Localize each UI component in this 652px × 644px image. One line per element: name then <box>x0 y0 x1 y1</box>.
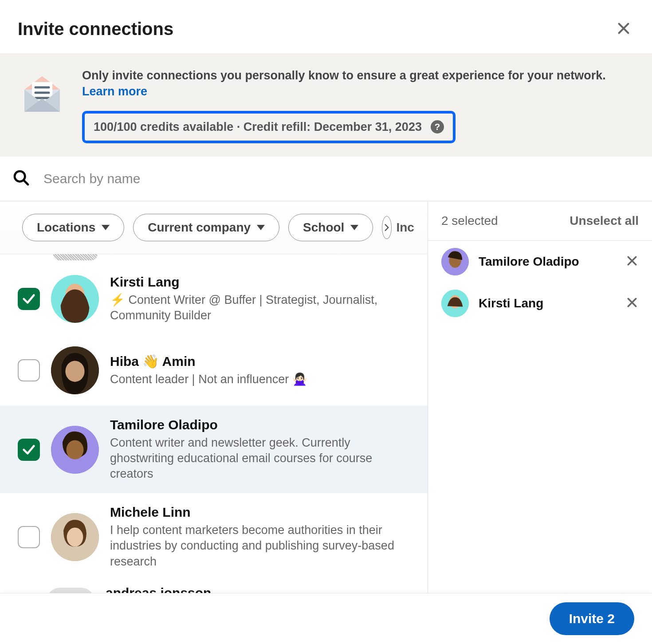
close-button[interactable] <box>613 18 634 40</box>
list-item[interactable]: andreas jonsson <box>0 581 428 593</box>
checkbox[interactable] <box>18 359 40 381</box>
list-item[interactable]: Michele Linn I help content marketers be… <box>0 493 428 581</box>
avatar <box>441 290 469 317</box>
selected-item: Kirsti Lang <box>428 283 652 324</box>
modal-header: Invite connections <box>0 0 652 54</box>
connection-desc: Content writer and newsletter geek. Curr… <box>110 435 414 482</box>
svg-point-13 <box>67 440 84 459</box>
unselect-all-button[interactable]: Unselect all <box>570 214 639 228</box>
close-icon <box>616 20 632 36</box>
checkbox[interactable] <box>18 439 40 461</box>
selected-name: Tamilore Oladipo <box>479 255 616 269</box>
search-row <box>0 157 652 201</box>
svg-line-5 <box>24 180 28 185</box>
selected-list: Tamilore Oladipo Kirsti Lang <box>428 240 652 324</box>
modal-title: Invite connections <box>18 19 173 39</box>
search-icon <box>12 169 30 188</box>
item-text: Hiba 👋 Amin Content leader | Not an infl… <box>110 353 414 387</box>
chevron-right-icon <box>382 223 391 232</box>
chevron-down-icon <box>350 225 358 230</box>
filter-current-company[interactable]: Current company <box>133 214 279 241</box>
avatar <box>441 248 469 275</box>
modal-body: Locations Current company School Inc <box>0 201 652 593</box>
info-banner: Only invite connections you personally k… <box>0 54 652 157</box>
filter-label: School <box>303 220 344 235</box>
connection-name: Michele Linn <box>110 505 414 520</box>
close-icon <box>625 296 639 309</box>
svg-point-10 <box>65 361 84 382</box>
selected-item: Tamilore Oladipo <box>428 241 652 283</box>
banner-body: Only invite connections you personally k… <box>82 67 634 143</box>
invite-button[interactable]: Invite 2 <box>550 602 634 635</box>
modal-footer: Invite 2 <box>0 593 652 644</box>
avatar <box>51 513 99 561</box>
credits-box: 100/100 credits available · Credit refil… <box>82 111 456 143</box>
selected-count: 2 selected <box>441 214 498 228</box>
remove-selected-button[interactable] <box>625 254 639 269</box>
connection-name: Kirsti Lang <box>110 275 414 290</box>
avatar <box>51 426 99 474</box>
item-text: Michele Linn I help content marketers be… <box>110 505 414 569</box>
help-icon[interactable]: ? <box>431 120 444 134</box>
chevron-down-icon <box>257 225 265 230</box>
connections-list[interactable]: Kirsti Lang ⚡ Content Writer @ Buffer | … <box>0 254 428 593</box>
filter-label: Current company <box>148 220 251 235</box>
connection-name: Tamilore Oladipo <box>110 417 414 432</box>
connection-name: andreas jonsson <box>106 585 414 593</box>
envelope-icon <box>18 67 67 116</box>
selected-header: 2 selected Unselect all <box>428 201 652 240</box>
filter-locations[interactable]: Locations <box>22 214 124 241</box>
item-text: Tamilore Oladipo Content writer and news… <box>110 417 414 482</box>
selected-name: Kirsti Lang <box>479 296 616 310</box>
filter-label: Locations <box>37 220 95 235</box>
check-icon <box>21 442 36 457</box>
avatar <box>51 346 99 394</box>
close-icon <box>625 254 639 267</box>
checkbox[interactable] <box>18 288 40 310</box>
filter-school[interactable]: School <box>288 214 373 241</box>
avatar <box>51 275 99 323</box>
banner-message: Only invite connections you personally k… <box>82 69 606 82</box>
scroll-filters-right[interactable] <box>382 216 392 239</box>
chevron-down-icon <box>102 225 110 230</box>
connection-desc: Content leader | Not an influencer 🙅🏻‍♀️ <box>110 372 414 387</box>
credits-text: 100/100 credits available · Credit refil… <box>94 120 422 134</box>
avatar <box>47 588 94 593</box>
item-text: andreas jonsson <box>106 585 414 593</box>
connection-desc: ⚡ Content Writer @ Buffer | Strategist, … <box>110 292 414 323</box>
list-item[interactable]: Tamilore Oladipo Content writer and news… <box>0 406 428 493</box>
checkbox[interactable] <box>18 526 40 548</box>
connection-name: Hiba 👋 Amin <box>110 353 414 369</box>
list-item[interactable]: Hiba 👋 Amin Content leader | Not an infl… <box>0 335 428 406</box>
avatar <box>53 254 98 260</box>
filter-partial: Inc <box>396 220 414 235</box>
connection-desc: I help content marketers become authorit… <box>110 522 414 569</box>
connections-panel: Locations Current company School Inc <box>0 201 428 593</box>
filters-row: Locations Current company School Inc <box>0 201 428 254</box>
remove-selected-button[interactable] <box>625 296 639 310</box>
list-item[interactable]: Kirsti Lang ⚡ Content Writer @ Buffer | … <box>0 263 428 335</box>
selected-panel: 2 selected Unselect all Tamilore Oladipo <box>428 201 652 593</box>
svg-point-16 <box>67 527 83 546</box>
item-text: Kirsti Lang ⚡ Content Writer @ Buffer | … <box>110 275 414 323</box>
banner-text: Only invite connections you personally k… <box>82 67 634 100</box>
invite-connections-modal: Invite connections Only invite connectio… <box>0 0 652 644</box>
learn-more-link[interactable]: Learn more <box>82 85 147 98</box>
check-icon <box>21 291 36 306</box>
search-input[interactable] <box>43 171 640 186</box>
